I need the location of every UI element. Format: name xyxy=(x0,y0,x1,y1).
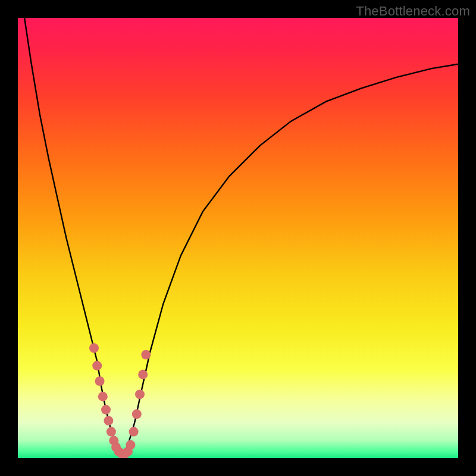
dot xyxy=(104,416,113,425)
dot xyxy=(101,405,111,415)
gradient-rect xyxy=(18,18,458,458)
dot xyxy=(132,409,142,419)
chart-svg xyxy=(18,18,458,458)
dot xyxy=(126,440,135,450)
dot xyxy=(135,390,145,399)
plot-area xyxy=(18,18,458,458)
dot xyxy=(92,361,102,371)
dot xyxy=(95,377,105,386)
dot xyxy=(89,343,99,353)
chart-frame: TheBottleneck.com xyxy=(0,0,476,476)
dot xyxy=(107,427,116,437)
dot xyxy=(98,392,108,401)
dot xyxy=(138,369,148,379)
dot xyxy=(129,427,139,437)
watermark-text: TheBottleneck.com xyxy=(356,4,470,19)
dot xyxy=(141,350,151,359)
